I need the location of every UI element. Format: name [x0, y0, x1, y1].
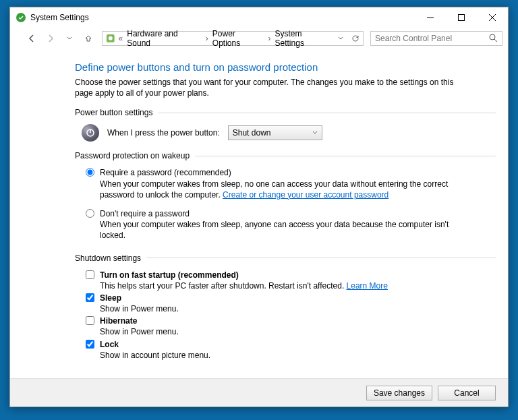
svg-point-7 — [490, 34, 495, 40]
forward-button[interactable] — [42, 30, 59, 47]
radio-title: Require a password (recommended) — [100, 168, 231, 177]
radio-require[interactable] — [86, 168, 94, 177]
power-action-dropdown[interactable]: Shut down — [228, 125, 322, 140]
check-sleep: Sleep Show in Power menu. — [86, 293, 455, 314]
breadcrumb-item[interactable]: Power Options — [211, 29, 266, 48]
content-area: Define power buttons and turn on passwor… — [10, 49, 508, 378]
checkbox-lock[interactable] — [86, 340, 94, 349]
change-password-link[interactable]: Create or change your user account passw… — [223, 190, 388, 200]
chevron-right-icon: › — [204, 34, 210, 43]
group-power-button: Power button settings — [75, 108, 496, 117]
titlebar: System Settings — [10, 7, 508, 28]
refresh-button[interactable] — [349, 34, 362, 42]
search-icon — [489, 34, 498, 44]
checkbox-fast[interactable] — [86, 270, 94, 279]
search-box[interactable] — [370, 31, 502, 46]
group-label-text: Password protection on wakeup — [75, 151, 190, 160]
up-button[interactable] — [80, 30, 96, 47]
check-fast-startup: Turn on fast startup (recommended) This … — [86, 270, 455, 291]
breadcrumb-sep: « — [117, 34, 125, 43]
cancel-button[interactable]: Cancel — [438, 386, 496, 400]
group-label-text: Shutdown settings — [75, 253, 141, 263]
chevron-down-icon — [312, 130, 318, 136]
breadcrumb-item[interactable]: System Settings — [274, 29, 334, 48]
check-title: Lock — [100, 340, 119, 349]
history-dropdown[interactable] — [61, 30, 78, 47]
divider — [146, 258, 496, 258]
shutdown-options: Turn on fast startup (recommended) This … — [75, 270, 496, 361]
radio-title: Don't require a password — [100, 209, 190, 218]
check-desc: This helps start your PC faster after sh… — [100, 281, 347, 291]
maximize-button[interactable] — [446, 7, 477, 28]
learn-more-link[interactable]: Learn More — [347, 281, 388, 291]
divider — [158, 113, 496, 113]
dropdown-value: Shut down — [233, 128, 271, 138]
back-button[interactable] — [24, 30, 40, 47]
app-icon — [16, 12, 26, 23]
control-panel-icon — [105, 33, 116, 44]
check-hibernate: Hibernate Show in Power menu. — [86, 316, 455, 337]
checkbox-hibernate[interactable] — [86, 316, 94, 325]
page-title: Define power buttons and turn on passwor… — [75, 61, 496, 73]
footer: Save changes Cancel — [10, 378, 508, 407]
power-button-row: When I press the power button: Shut down — [82, 124, 496, 142]
navbar: « Hardware and Sound › Power Options › S… — [10, 28, 508, 49]
radio-require-password: Require a password (recommended) When yo… — [86, 167, 455, 200]
close-button[interactable] — [477, 7, 508, 28]
minimize-button[interactable] — [415, 7, 446, 28]
chevron-right-icon: › — [267, 34, 272, 43]
svg-line-8 — [494, 39, 497, 42]
check-desc: Show in Power menu. — [100, 326, 179, 337]
power-button-label: When I press the power button: — [107, 128, 220, 138]
checkbox-sleep[interactable] — [86, 293, 94, 302]
check-desc: Show in account picture menu. — [100, 350, 210, 361]
check-lock: Lock Show in account picture menu. — [86, 339, 455, 361]
search-input[interactable] — [374, 33, 499, 44]
power-icon — [82, 124, 99, 142]
window-title: System Settings — [30, 13, 89, 22]
group-label-text: Power button settings — [75, 108, 152, 117]
group-password: Password protection on wakeup — [75, 151, 496, 160]
check-desc: Show in Power menu. — [100, 303, 179, 314]
settings-window: System Settings — [9, 7, 509, 407]
check-title: Sleep — [100, 293, 121, 303]
radio-no-password: Don't require a password When your compu… — [86, 208, 455, 241]
save-button[interactable]: Save changes — [366, 386, 432, 400]
group-shutdown: Shutdown settings — [75, 253, 496, 263]
breadcrumb-item[interactable]: Hardware and Sound — [125, 29, 203, 48]
svg-point-6 — [109, 36, 113, 40]
divider — [195, 156, 496, 156]
window-controls — [415, 7, 508, 28]
check-title: Hibernate — [100, 316, 137, 326]
radio-noreq[interactable] — [86, 209, 94, 218]
check-title: Turn on fast startup (recommended) — [100, 270, 239, 280]
address-bar[interactable]: « Hardware and Sound › Power Options › S… — [102, 31, 364, 46]
page-description: Choose the power settings that you want … — [75, 77, 455, 98]
radio-desc: When your computer wakes from sleep, any… — [100, 219, 455, 241]
svg-rect-2 — [459, 15, 465, 21]
address-dropdown[interactable] — [335, 36, 347, 41]
